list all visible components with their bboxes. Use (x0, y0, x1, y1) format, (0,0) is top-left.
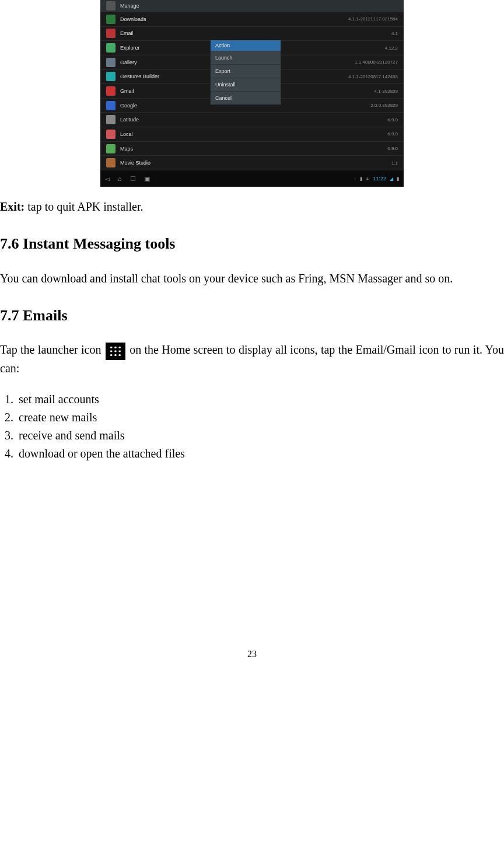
app-version: 6.9.0 (387, 146, 398, 151)
embedded-screenshot: Manage Downloads 4.1.1-20121117.021554 E… (100, 0, 404, 187)
app-name: Local (120, 131, 387, 137)
app-row: Email 4.1 (100, 27, 404, 41)
list-item: set mail accounts (16, 391, 504, 408)
popup-item-launch: Launch (211, 51, 281, 64)
recent-icon: ☐ (130, 175, 136, 183)
explorer-icon (106, 43, 116, 53)
launcher-grid-icon (106, 343, 125, 360)
app-row: Latitude 6.9.0 (100, 113, 404, 127)
emails-intro: Tap the launcher icon on the Home screen… (0, 341, 504, 376)
popup-item-uninstall: Uninstall (211, 78, 281, 91)
nav-buttons: ◅ ⌂ ☐ ▣ (105, 175, 150, 183)
app-version: 4.1.1-20121117.021554 (348, 16, 398, 22)
list-item: create new mails (16, 409, 504, 426)
local-icon (106, 130, 116, 139)
exit-label: Exit: (0, 200, 24, 213)
gmail-icon (106, 86, 116, 96)
app-name: Downloads (120, 16, 348, 22)
app-version: 1.1.40000-20120727 (355, 60, 398, 65)
screenshot-icon: ▣ (144, 175, 150, 183)
app-version: 4.1 (391, 31, 398, 36)
app-version: 6.9.0 (387, 131, 398, 137)
gestures-icon (106, 72, 116, 81)
list-item: download or open the attached files (16, 445, 504, 462)
popup-item-export: Export (211, 64, 281, 78)
wifi-icon: ◢ (390, 176, 393, 181)
app-name: Movie Studio (120, 160, 391, 166)
page-number: 23 (0, 649, 504, 659)
app-row: Downloads 4.1.1-20121117.021554 (100, 12, 404, 27)
emails-intro-part1: Tap the launcher icon (0, 343, 104, 356)
home-icon: ⌂ (118, 175, 122, 183)
folder-icon (106, 1, 116, 11)
email-icon (106, 29, 116, 38)
list-item: receive and send mails (16, 427, 504, 444)
app-name: Email (120, 30, 391, 36)
app-row: Local 6.9.0 (100, 127, 404, 142)
maps-icon (106, 144, 116, 153)
sd-icon: ▮ (360, 176, 362, 181)
exit-text: tap to quit APK installer. (24, 200, 143, 213)
gallery-icon (106, 58, 116, 67)
app-row: Maps 6.9.0 (100, 142, 404, 156)
latitude-icon (106, 115, 116, 124)
heading-instant-messaging: 7.6 Instant Messaging tools (0, 233, 504, 255)
app-version: 4.1-392829 (374, 89, 398, 94)
app-name: Latitude (120, 117, 387, 123)
google-icon (106, 101, 116, 110)
app-version: 2.0.0.392829 (370, 103, 398, 108)
heading-emails: 7.7 Emails (0, 305, 504, 327)
app-version: 4.12.2 (385, 46, 398, 51)
action-popup: Action Launch Export Uninstall Cancel (210, 40, 281, 105)
movie-icon (106, 158, 116, 167)
exit-paragraph: Exit: tap to quit APK installer. (0, 198, 504, 215)
app-version: 6.9.0 (387, 117, 398, 123)
app-name: Maps (120, 146, 387, 152)
popup-header: Action (211, 40, 281, 51)
usb-icon: Ψ (366, 176, 370, 181)
app-row: Movie Studio 1.1 (100, 156, 404, 170)
status-time: 11:22 (373, 176, 386, 181)
popup-item-cancel: Cancel (211, 91, 281, 104)
download-icon: ↓ (354, 176, 356, 181)
emails-list: set mail accounts create new mails recei… (0, 391, 504, 462)
statusbar: ◅ ⌂ ☐ ▣ ↓ ▮ Ψ 11:22 ◢ ▮ (100, 170, 404, 187)
app-version: 1.1 (391, 160, 398, 166)
manage-label: Manage (120, 3, 398, 9)
instant-messaging-body: You can download and install chat tools … (0, 270, 504, 287)
app-version: 4.1.1-20120817.142458 (348, 74, 398, 79)
back-icon: ◅ (105, 175, 110, 183)
app-manage-header: Manage (100, 0, 404, 12)
battery-icon: ▮ (397, 176, 399, 181)
downloads-icon (106, 15, 116, 24)
